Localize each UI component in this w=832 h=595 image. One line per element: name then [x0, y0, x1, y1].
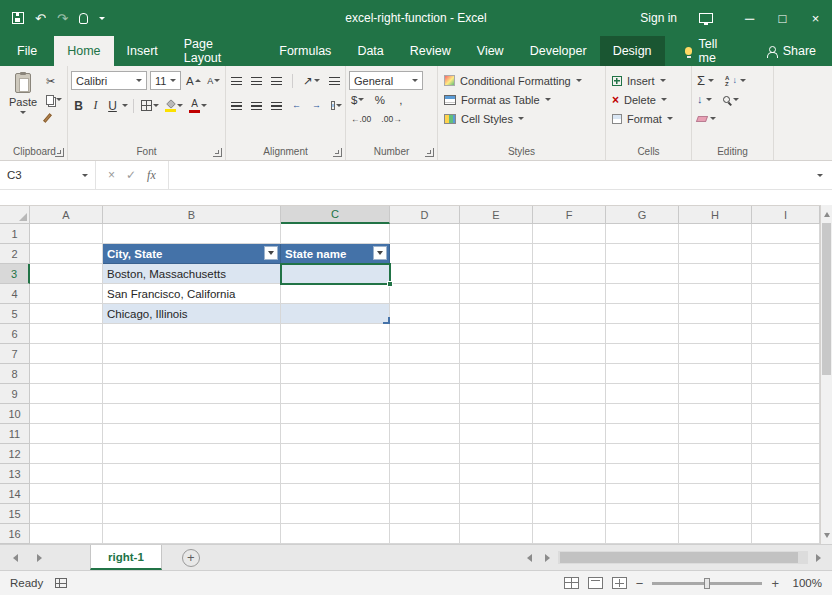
cell-I4[interactable]: [752, 284, 820, 304]
cell-G11[interactable]: [606, 424, 679, 444]
cell-A6[interactable]: [30, 324, 103, 344]
row-header-12[interactable]: 12: [0, 444, 30, 464]
copy-button[interactable]: [46, 93, 62, 106]
cell-A4[interactable]: [30, 284, 103, 304]
cell-H16[interactable]: [679, 524, 752, 544]
scroll-down-button[interactable]: [821, 527, 832, 543]
insert-function-button[interactable]: fx: [147, 168, 156, 183]
cell-A1[interactable]: [30, 224, 103, 244]
bottom-align-button[interactable]: [269, 72, 284, 90]
cell-D12[interactable]: [390, 444, 460, 464]
cell-H11[interactable]: [679, 424, 752, 444]
cell-D5[interactable]: [390, 304, 460, 324]
cell-C14[interactable]: [281, 484, 390, 504]
cell-C8[interactable]: [281, 364, 390, 384]
cell-I9[interactable]: [752, 384, 820, 404]
cell-C15[interactable]: [281, 504, 390, 524]
scroll-right-end-button[interactable]: [811, 550, 826, 565]
cell-H2[interactable]: [679, 244, 752, 264]
cell-D16[interactable]: [390, 524, 460, 544]
cell-A2[interactable]: [30, 244, 103, 264]
font-color-button[interactable]: A: [187, 97, 209, 115]
filter-dropdown-button[interactable]: [264, 246, 278, 260]
maximize-button[interactable]: □: [766, 0, 799, 36]
page-break-view-button[interactable]: [612, 577, 627, 589]
decrease-font-size-button[interactable]: A: [205, 72, 222, 90]
cell-E1[interactable]: [460, 224, 533, 244]
cell-D8[interactable]: [390, 364, 460, 384]
cell-E11[interactable]: [460, 424, 533, 444]
cell-B2[interactable]: City, State: [103, 244, 281, 264]
row-header-7[interactable]: 7: [0, 344, 30, 364]
alignment-dialog-launcher[interactable]: [333, 148, 342, 157]
cell-F3[interactable]: [533, 264, 606, 284]
tab-view[interactable]: View: [464, 36, 517, 66]
cell-C9[interactable]: [281, 384, 390, 404]
zoom-level[interactable]: 100%: [788, 577, 822, 589]
zoom-slider[interactable]: [652, 582, 762, 585]
fill-handle[interactable]: [387, 281, 393, 287]
row-header-14[interactable]: 14: [0, 484, 30, 504]
row-header-6[interactable]: 6: [0, 324, 30, 344]
cell-F6[interactable]: [533, 324, 606, 344]
cell-E12[interactable]: [460, 444, 533, 464]
cell-H1[interactable]: [679, 224, 752, 244]
row-header-10[interactable]: 10: [0, 404, 30, 424]
cell-H10[interactable]: [679, 404, 752, 424]
font-dialog-launcher[interactable]: [213, 148, 222, 157]
number-format-select[interactable]: General: [349, 71, 423, 90]
cell-C2[interactable]: State name: [281, 244, 390, 264]
cell-C13[interactable]: [281, 464, 390, 484]
increase-indent-button[interactable]: →: [309, 97, 324, 115]
top-align-button[interactable]: [229, 72, 244, 90]
tab-file[interactable]: File: [0, 36, 54, 66]
cell-G8[interactable]: [606, 364, 679, 384]
cell-B5[interactable]: Chicago, Illinois: [103, 304, 281, 324]
conditional-formatting-button[interactable]: Conditional Formatting: [441, 71, 602, 90]
font-size-select[interactable]: 11: [150, 71, 181, 90]
increase-decimal-button[interactable]: ←.00: [349, 110, 373, 128]
clipboard-dialog-launcher[interactable]: [55, 148, 64, 157]
row-header-8[interactable]: 8: [0, 364, 30, 384]
enter-button[interactable]: ✓: [126, 168, 136, 182]
cell-C16[interactable]: [281, 524, 390, 544]
delete-cells-button[interactable]: × Delete: [609, 90, 688, 109]
cell-E10[interactable]: [460, 404, 533, 424]
cell-F7[interactable]: [533, 344, 606, 364]
cell-G5[interactable]: [606, 304, 679, 324]
percent-style-button[interactable]: %: [372, 91, 387, 109]
cell-H12[interactable]: [679, 444, 752, 464]
cell-F16[interactable]: [533, 524, 606, 544]
tab-formulas[interactable]: Formulas: [266, 36, 344, 66]
normal-view-button[interactable]: [564, 577, 579, 589]
bold-button[interactable]: B: [71, 97, 86, 115]
new-sheet-button[interactable]: +: [182, 549, 200, 567]
cell-D10[interactable]: [390, 404, 460, 424]
row-header-9[interactable]: 9: [0, 384, 30, 404]
cell-H6[interactable]: [679, 324, 752, 344]
autosum-button[interactable]: Σ: [697, 74, 714, 87]
column-header-I[interactable]: I: [752, 206, 820, 224]
cell-F10[interactable]: [533, 404, 606, 424]
filter-dropdown-button[interactable]: [373, 246, 387, 260]
cell-F11[interactable]: [533, 424, 606, 444]
customize-qat-chevron-icon[interactable]: [99, 17, 105, 20]
cell-H3[interactable]: [679, 264, 752, 284]
close-button[interactable]: ×: [799, 0, 832, 36]
format-painter-button[interactable]: [46, 111, 62, 124]
cell-F1[interactable]: [533, 224, 606, 244]
borders-button[interactable]: [139, 97, 161, 115]
tab-review[interactable]: Review: [397, 36, 464, 66]
horizontal-scrollbar-track[interactable]: [558, 551, 808, 564]
tab-data[interactable]: Data: [344, 36, 396, 66]
cell-I7[interactable]: [752, 344, 820, 364]
tab-home[interactable]: Home: [54, 36, 113, 66]
cell-E5[interactable]: [460, 304, 533, 324]
cell-I5[interactable]: [752, 304, 820, 324]
tell-me-button[interactable]: Tell me: [673, 36, 750, 66]
cell-D4[interactable]: [390, 284, 460, 304]
cell-G7[interactable]: [606, 344, 679, 364]
scroll-up-button[interactable]: [821, 206, 832, 222]
cell-D1[interactable]: [390, 224, 460, 244]
cell-G3[interactable]: [606, 264, 679, 284]
